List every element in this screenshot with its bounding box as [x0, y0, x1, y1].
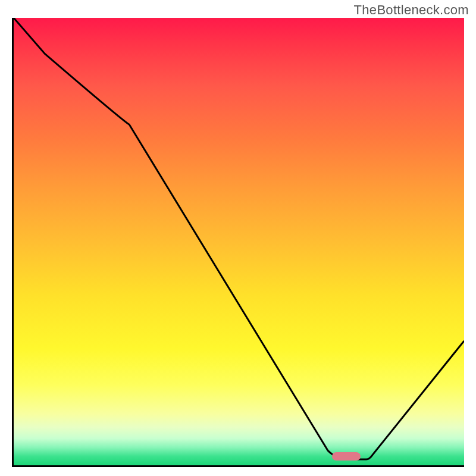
optimal-point-marker	[332, 452, 361, 461]
bottleneck-curve	[14, 18, 464, 459]
watermark-text: TheBottleneck.com	[354, 2, 469, 18]
plot-area	[14, 18, 464, 465]
curve-svg	[14, 18, 464, 465]
chart-axes-frame	[12, 18, 464, 467]
